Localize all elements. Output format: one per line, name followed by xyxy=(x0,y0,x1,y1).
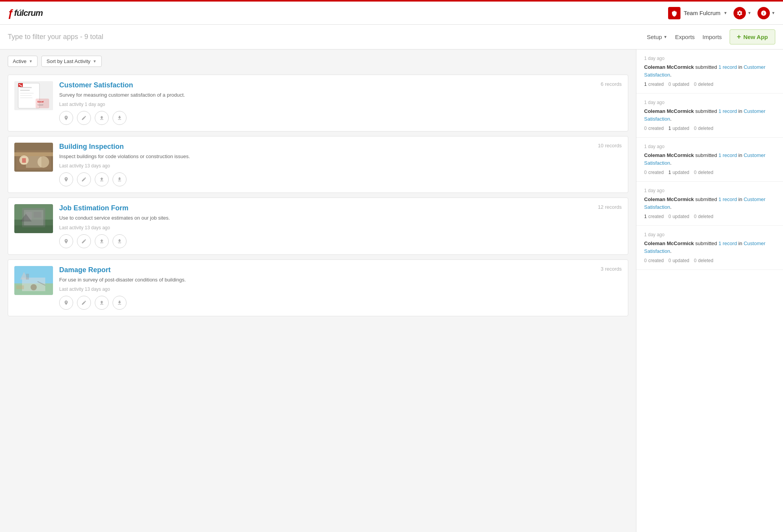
app-download-button-job-estimation-form[interactable] xyxy=(113,234,127,248)
app-edit-button-customer-satisfaction[interactable] xyxy=(77,111,91,125)
app-description-building-inspection: Inspect buildings for code violations or… xyxy=(59,153,622,160)
download-icon xyxy=(117,300,122,305)
edit-icon xyxy=(81,115,87,121)
created-label-2: created xyxy=(648,170,664,175)
team-button[interactable]: Team Fulcrum ▼ xyxy=(668,7,727,19)
created-label-0: created xyxy=(648,82,664,87)
updated-number-0: 0 xyxy=(668,82,671,87)
app-title-job-estimation-form[interactable]: Job Estimation Form xyxy=(59,204,128,212)
activity-text-3: Coleman McCormick submitted 1 record in … xyxy=(644,196,775,211)
app-last-activity-building-inspection: Last activity 13 days ago xyxy=(59,163,622,169)
app-upload-button-building-inspection[interactable] xyxy=(95,172,109,186)
gear-button[interactable]: ▼ xyxy=(733,7,751,19)
setup-chevron-icon: ▼ xyxy=(663,35,667,39)
edit-icon xyxy=(81,177,87,182)
deleted-label-4: deleted xyxy=(698,258,713,263)
app-location-button-job-estimation-form[interactable] xyxy=(59,234,73,248)
app-location-button-customer-satisfaction[interactable] xyxy=(59,111,73,125)
svg-rect-20 xyxy=(22,158,26,163)
app-location-button-building-inspection[interactable] xyxy=(59,172,73,186)
download-icon xyxy=(117,239,122,244)
filter-input-placeholder[interactable]: Type to filter your apps - 9 total xyxy=(8,33,103,41)
app-edit-button-damage-report[interactable] xyxy=(77,296,91,310)
deleted-number-0: 0 xyxy=(694,82,697,87)
activity-text-2: Coleman McCormick submitted 1 record in … xyxy=(644,152,775,167)
app-title-damage-report[interactable]: Damage Report xyxy=(59,266,111,274)
app-records-customer-satisfaction: 6 records xyxy=(601,81,622,87)
app-download-button-damage-report[interactable] xyxy=(113,296,127,310)
app-actions-customer-satisfaction xyxy=(59,111,622,125)
location-icon xyxy=(63,115,69,121)
upload-icon xyxy=(99,300,104,305)
logo[interactable]: ƒ fúlcrum xyxy=(8,7,43,19)
app-download-button-customer-satisfaction[interactable] xyxy=(113,111,127,125)
app-download-button-building-inspection[interactable] xyxy=(113,172,127,186)
activity-text-4: Coleman McCormick submitted 1 record in … xyxy=(644,240,775,255)
sub-header: Type to filter your apps - 9 total Setup… xyxy=(0,25,783,49)
app-thumbnail-building-inspection xyxy=(14,143,53,172)
app-records-damage-report: 3 records xyxy=(601,266,622,272)
edit-icon xyxy=(81,239,87,244)
deleted-count-2: 0 deleted xyxy=(694,170,713,175)
app-upload-button-damage-report[interactable] xyxy=(95,296,109,310)
gear-icon xyxy=(733,7,746,19)
activity-record-link-4[interactable]: 1 record xyxy=(718,240,737,246)
app-upload-button-job-estimation-form[interactable] xyxy=(95,234,109,248)
info-button[interactable]: ▼ xyxy=(757,7,775,19)
svg-rect-4 xyxy=(20,90,30,91)
app-records-building-inspection: 10 records xyxy=(598,143,622,148)
nav-imports[interactable]: Imports xyxy=(703,34,722,40)
app-thumbnail-damage-report xyxy=(14,266,53,295)
nav-setup[interactable]: Setup ▼ xyxy=(647,34,667,40)
app-edit-button-job-estimation-form[interactable] xyxy=(77,234,91,248)
updated-label-3: updated xyxy=(672,214,689,219)
active-filter-button[interactable]: Active ▼ xyxy=(8,56,38,67)
app-upload-button-customer-satisfaction[interactable] xyxy=(95,111,109,125)
svg-rect-5 xyxy=(20,93,34,94)
nav-setup-label: Setup xyxy=(647,34,662,40)
app-title-customer-satisfaction[interactable]: Customer Satisfaction xyxy=(59,81,133,89)
app-actions-damage-report xyxy=(59,296,622,310)
location-icon xyxy=(63,239,69,244)
activity-record-link-2[interactable]: 1 record xyxy=(718,152,737,158)
activity-time-3: 1 day ago xyxy=(644,188,775,193)
created-label-4: created xyxy=(648,258,664,263)
activity-record-link-3[interactable]: 1 record xyxy=(718,196,737,202)
info-chevron-icon: ▼ xyxy=(771,11,775,15)
app-location-button-damage-report[interactable] xyxy=(59,296,73,310)
svg-rect-3 xyxy=(20,87,32,88)
info-icon xyxy=(757,7,770,19)
main-layout: Active ▼ Sort by Last Activity ▼ Excel G… xyxy=(0,49,783,532)
app-title-building-inspection[interactable]: Building Inspection xyxy=(59,143,124,151)
nav-exports[interactable]: Exports xyxy=(675,34,695,40)
activity-user-1: Coleman McCormick xyxy=(644,108,694,114)
sort-filter-button[interactable]: Sort by Last Activity ▼ xyxy=(41,56,101,67)
app-content-building-inspection: Building Inspection 10 records Inspect b… xyxy=(59,143,622,186)
svg-rect-7 xyxy=(20,97,32,98)
new-app-button[interactable]: + New App xyxy=(730,29,775,44)
updated-number-2: 1 xyxy=(668,170,671,175)
activity-user-0: Coleman McCormick xyxy=(644,64,694,70)
updated-count-0: 0 updated xyxy=(668,82,689,87)
activity-record-link-1[interactable]: 1 record xyxy=(718,108,737,114)
app-edit-button-building-inspection[interactable] xyxy=(77,172,91,186)
svg-rect-35 xyxy=(16,285,24,289)
activity-record-link-0[interactable]: 1 record xyxy=(718,64,737,70)
svg-rect-33 xyxy=(26,274,29,280)
svg-text:Good: Good xyxy=(38,104,43,106)
plus-icon: + xyxy=(737,33,741,41)
sort-caret-icon: ▼ xyxy=(93,59,97,63)
upload-icon xyxy=(99,115,104,121)
created-label-1: created xyxy=(648,126,664,131)
updated-number-4: 0 xyxy=(668,258,671,263)
activity-item-1: 1 day ago Coleman McCormick submitted 1 … xyxy=(636,94,783,138)
active-filter-label: Active xyxy=(13,58,26,64)
location-icon xyxy=(63,300,69,305)
app-records-job-estimation-form: 12 records xyxy=(598,204,622,210)
deleted-number-2: 0 xyxy=(694,170,697,175)
app-card-job-estimation-form: Job Estimation Form 12 records Use to co… xyxy=(8,198,628,254)
upload-icon xyxy=(99,177,104,182)
activity-item-0: 1 day ago Coleman McCormick submitted 1 … xyxy=(636,49,783,94)
activity-item-2: 1 day ago Coleman McCormick submitted 1 … xyxy=(636,138,783,182)
created-count-1: 0 created xyxy=(644,126,664,131)
